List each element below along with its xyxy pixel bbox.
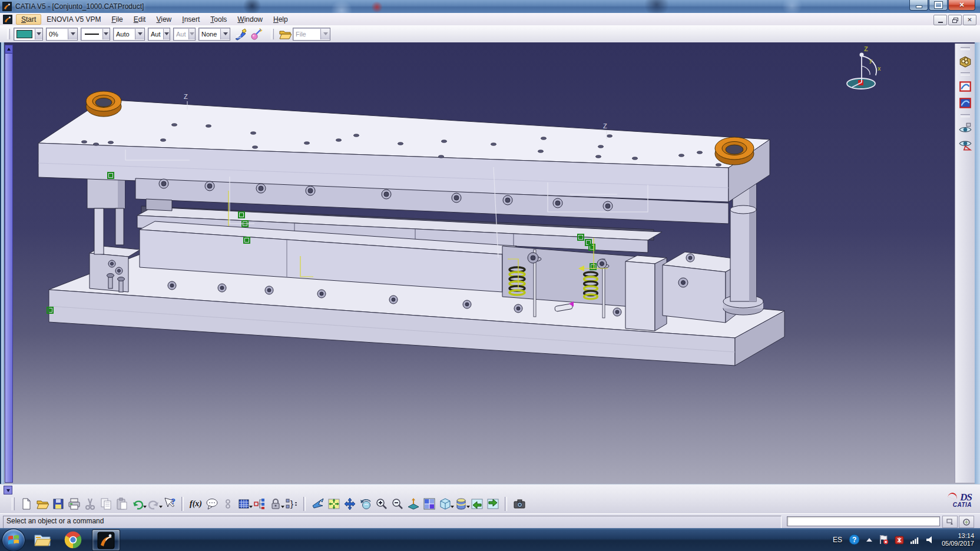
die-spring-right[interactable]	[584, 272, 598, 299]
lineweight-combo-arrow[interactable]	[135, 29, 144, 39]
screen-capture-icon[interactable]	[512, 496, 527, 512]
copy-icon[interactable]	[98, 496, 113, 512]
menu-window[interactable]: Window	[232, 14, 268, 25]
open-icon[interactable]	[35, 496, 49, 512]
help-tray-icon[interactable]: ?	[849, 534, 860, 545]
power-input-field[interactable]	[787, 516, 940, 526]
open-catalog-icon[interactable]	[277, 26, 293, 42]
language-indicator[interactable]: ES	[833, 536, 842, 544]
dialog-toggle-button[interactable]	[942, 516, 958, 528]
right-guide-plate[interactable]	[625, 255, 667, 331]
render-sticker-icon[interactable]	[958, 79, 973, 94]
formula-icon[interactable]: f(x)	[188, 496, 203, 512]
volume-icon[interactable]	[926, 536, 934, 544]
right-toolbar-grip-2[interactable]	[961, 72, 970, 75]
catia-application-window: CATIA V5 - [Conjunto_1000.CATProduct] ✕ …	[0, 0, 980, 551]
paste-icon[interactable]	[114, 496, 129, 512]
quick-view-icon[interactable]	[422, 496, 436, 512]
document-system-icon[interactable]	[3, 15, 12, 24]
hide-show-eye-icon[interactable]	[958, 121, 973, 136]
print-icon[interactable]	[67, 496, 81, 512]
maximize-button[interactable]	[929, 0, 948, 11]
lock-icon[interactable]	[268, 496, 283, 512]
linetype-combo-arrow[interactable]	[102, 29, 110, 39]
security-alert-icon[interactable]	[895, 535, 904, 545]
undo-icon[interactable]	[130, 496, 145, 512]
view-compass[interactable]: Z y x	[847, 45, 881, 89]
toolbar-overflow-button[interactable]	[4, 486, 12, 494]
menu-help[interactable]: Help	[268, 14, 293, 25]
show-hidden-icons[interactable]	[866, 537, 873, 542]
zoom-out-icon[interactable]	[390, 496, 405, 512]
menu-edit[interactable]: Edit	[128, 14, 151, 25]
menu-tools[interactable]: Tools	[205, 14, 232, 25]
toolbar-grip[interactable]	[7, 29, 10, 39]
mdi-restore-button[interactable]	[948, 15, 962, 25]
render-style-icon[interactable]	[453, 496, 468, 512]
left-column[interactable]	[87, 177, 125, 254]
close-button[interactable]: ✕	[948, 0, 975, 11]
normal-view-icon[interactable]	[406, 496, 421, 512]
knowledge-button[interactable]	[959, 516, 974, 528]
right-toolbar-grip[interactable]	[961, 47, 970, 50]
isometric-view-icon[interactable]	[438, 496, 452, 512]
zoom-in-icon[interactable]	[374, 496, 389, 512]
menu-view[interactable]: View	[151, 14, 177, 25]
fly-mode-icon[interactable]	[310, 496, 325, 512]
whats-this-icon[interactable]: ?	[162, 496, 177, 512]
wizard-icon[interactable]	[249, 26, 264, 42]
locating-ring-right[interactable]	[715, 137, 754, 165]
action-center-icon[interactable]	[879, 535, 889, 545]
die-spring-left[interactable]	[509, 267, 525, 295]
viewport[interactable]: Z Z Z y x	[0, 42, 980, 484]
collapse-brace-icon[interactable]: }	[284, 496, 299, 512]
render-material-icon[interactable]	[958, 95, 973, 111]
taskbar-chrome-button[interactable]	[61, 529, 85, 550]
color-combo-arrow[interactable]	[35, 29, 42, 39]
start-button[interactable]	[2, 529, 25, 551]
tree-scrollbar[interactable]	[5, 45, 13, 483]
cad-model[interactable]: Z Z Z y x	[0, 42, 980, 484]
taskbar-explorer-button[interactable]	[31, 529, 54, 550]
pan-icon[interactable]	[342, 496, 357, 512]
swap-visible-space-icon[interactable]	[485, 496, 500, 512]
opacity-combo[interactable]: 0%	[46, 28, 78, 41]
chat-icon[interactable]	[204, 496, 219, 512]
rotate-icon[interactable]	[358, 496, 373, 512]
right-toolbar-grip-3[interactable]	[961, 114, 970, 117]
menu-insert[interactable]: Insert	[177, 14, 205, 25]
menu-start[interactable]: Start	[16, 14, 41, 25]
lineweight-combo[interactable]: Auto	[113, 28, 145, 41]
mdi-close-button[interactable]: ✕	[963, 15, 976, 25]
catalog-browser-icon[interactable]	[958, 54, 973, 69]
related-objects-icon[interactable]	[220, 496, 235, 512]
standard-toolbar-grip[interactable]	[12, 497, 15, 510]
new-document-icon[interactable]	[19, 496, 34, 512]
mdi-minimize-button[interactable]	[933, 15, 947, 25]
layer-combo[interactable]: None	[198, 28, 230, 41]
design-table-icon[interactable]	[236, 496, 251, 512]
fit-all-in-icon[interactable]	[326, 496, 341, 512]
layer-combo-arrow[interactable]	[220, 29, 230, 39]
product-graph-icon[interactable]	[252, 496, 267, 512]
symbol-combo-arrow[interactable]	[163, 29, 170, 39]
opacity-combo-arrow[interactable]	[68, 29, 77, 39]
cut-icon[interactable]	[82, 496, 97, 512]
tree-scroll-up[interactable]	[5, 45, 12, 54]
tray-clock[interactable]: 13:14 05/09/2017	[942, 532, 974, 547]
visible-space-eye-icon[interactable]	[958, 137, 973, 152]
symbol-combo[interactable]: Aut	[148, 28, 170, 41]
linetype-combo[interactable]	[81, 28, 110, 41]
taskbar-catia-button[interactable]	[92, 529, 120, 551]
minimize-button[interactable]	[909, 0, 928, 11]
save-icon[interactable]	[51, 496, 65, 512]
menu-enovia[interactable]: ENOVIA V5 VPM	[41, 14, 106, 25]
menu-file[interactable]: File	[106, 14, 128, 25]
toolbar-grip-2[interactable]	[271, 29, 274, 39]
painter-icon[interactable]	[233, 26, 249, 42]
network-signal-icon[interactable]	[910, 536, 920, 544]
color-combo[interactable]	[14, 28, 43, 41]
hide-show-icon[interactable]	[469, 496, 484, 512]
locating-ring-left[interactable]	[86, 91, 121, 117]
redo-icon[interactable]	[146, 496, 161, 512]
